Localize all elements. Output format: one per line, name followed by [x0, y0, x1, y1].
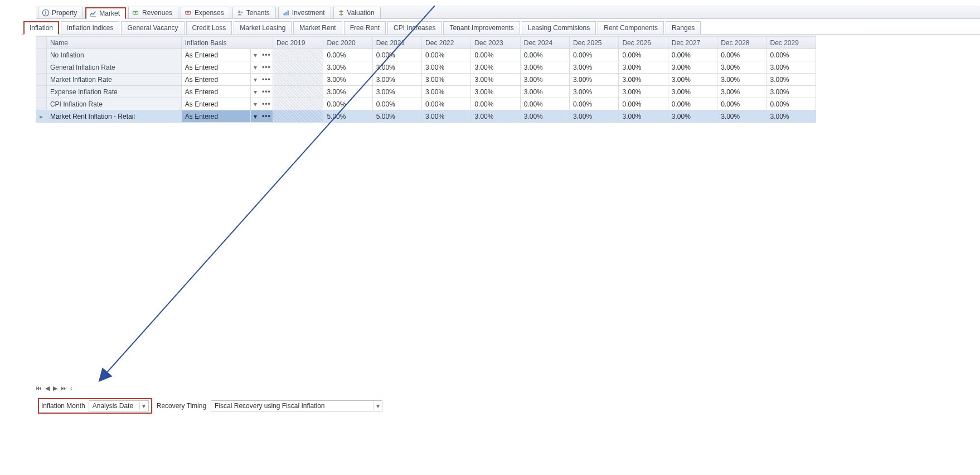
- table-row[interactable]: No InflationAs Entered▾•••0.00%0.00%0.00…: [36, 49, 816, 61]
- subtab-inflation[interactable]: Inflation: [23, 21, 59, 35]
- name-cell[interactable]: Expense Inflation Rate: [46, 86, 181, 98]
- chevron-down-icon[interactable]: ▾: [139, 402, 148, 410]
- tab-valuation[interactable]: Valuation: [333, 7, 381, 18]
- name-cell[interactable]: Market Rent Inflation - Retail: [46, 110, 181, 123]
- value-cell[interactable]: 3.00%: [471, 74, 520, 86]
- value-cell[interactable]: 0.00%: [717, 49, 766, 61]
- basis-more-icon[interactable]: •••: [260, 98, 273, 110]
- value-cell[interactable]: 3.00%: [372, 86, 421, 98]
- value-cell[interactable]: 0.00%: [570, 49, 619, 61]
- basis-cell[interactable]: As Entered: [181, 110, 250, 123]
- basis-more-icon[interactable]: •••: [260, 110, 273, 123]
- value-cell[interactable]: 3.00%: [766, 74, 816, 86]
- value-cell[interactable]: 3.00%: [570, 86, 619, 98]
- row-handle[interactable]: ▸: [36, 110, 47, 123]
- table-row[interactable]: ▸Market Rent Inflation - RetailAs Entere…: [36, 110, 816, 123]
- value-cell[interactable]: 3.00%: [619, 74, 668, 86]
- value-cell[interactable]: 0.00%: [668, 98, 717, 110]
- value-cell[interactable]: 3.00%: [570, 74, 619, 86]
- subtab-ranges[interactable]: Ranges: [666, 21, 701, 34]
- value-cell[interactable]: 3.00%: [619, 110, 668, 123]
- col-dec-2029[interactable]: Dec 2029: [766, 37, 816, 49]
- value-cell[interactable]: 3.00%: [717, 74, 766, 86]
- row-handle[interactable]: [36, 98, 47, 110]
- value-cell[interactable]: 0.00%: [372, 98, 421, 110]
- name-cell[interactable]: No Inflation: [46, 49, 181, 61]
- row-handle[interactable]: [36, 86, 47, 98]
- value-cell[interactable]: 3.00%: [372, 61, 421, 74]
- subtab-free-rent[interactable]: Free Rent: [344, 21, 386, 34]
- name-cell[interactable]: CPI Inflation Rate: [46, 98, 181, 110]
- value-cell[interactable]: 0.00%: [372, 49, 421, 61]
- basis-cell[interactable]: As Entered: [181, 98, 250, 110]
- value-cell[interactable]: 3.00%: [471, 61, 520, 74]
- value-cell[interactable]: 3.00%: [766, 86, 816, 98]
- nav-next-icon[interactable]: ▶: [53, 385, 57, 392]
- value-cell[interactable]: 3.00%: [766, 110, 816, 123]
- basis-more-icon[interactable]: •••: [260, 86, 273, 98]
- col-dec-2022[interactable]: Dec 2022: [422, 37, 471, 49]
- row-handle[interactable]: [36, 61, 47, 74]
- value-cell[interactable]: 3.00%: [668, 86, 717, 98]
- basis-dropdown-icon[interactable]: ▾: [250, 74, 260, 86]
- value-cell[interactable]: 0.00%: [323, 49, 372, 61]
- tab-property[interactable]: Property: [38, 7, 83, 18]
- value-cell[interactable]: 5.00%: [323, 110, 372, 123]
- basis-cell[interactable]: As Entered: [181, 86, 250, 98]
- value-cell[interactable]: 0.00%: [422, 49, 471, 61]
- subtab-market-leasing[interactable]: Market Leasing: [234, 21, 292, 34]
- value-cell[interactable]: 3.00%: [520, 61, 569, 74]
- basis-cell[interactable]: As Entered: [181, 74, 250, 86]
- value-cell[interactable]: 0.00%: [766, 98, 816, 110]
- value-cell[interactable]: 3.00%: [766, 61, 816, 74]
- value-cell[interactable]: 3.00%: [619, 61, 668, 74]
- table-row[interactable]: Expense Inflation RateAs Entered▾•••3.00…: [36, 86, 816, 98]
- value-cell[interactable]: 0.00%: [323, 98, 372, 110]
- value-cell[interactable]: 3.00%: [471, 86, 520, 98]
- tab-investment[interactable]: Investment: [278, 7, 331, 18]
- basis-dropdown-icon[interactable]: ▾: [250, 49, 260, 61]
- value-cell[interactable]: 3.00%: [323, 61, 372, 74]
- name-cell[interactable]: General Inflation Rate: [46, 61, 181, 74]
- value-cell[interactable]: 3.00%: [717, 61, 766, 74]
- value-cell[interactable]: 0.00%: [471, 98, 520, 110]
- tab-market[interactable]: Market: [85, 7, 126, 19]
- value-cell[interactable]: 3.00%: [323, 74, 372, 86]
- basis-dropdown-icon[interactable]: ▾: [250, 110, 260, 123]
- table-row[interactable]: Market Inflation RateAs Entered▾•••3.00%…: [36, 74, 816, 86]
- nav-first-icon[interactable]: ⏮: [36, 385, 42, 392]
- col-dec-2020[interactable]: Dec 2020: [323, 37, 372, 49]
- value-cell[interactable]: 3.00%: [323, 86, 372, 98]
- row-handle[interactable]: [36, 74, 47, 86]
- value-cell[interactable]: 3.00%: [422, 110, 471, 123]
- value-cell[interactable]: 5.00%: [372, 110, 421, 123]
- value-cell[interactable]: 0.00%: [619, 49, 668, 61]
- value-cell[interactable]: 3.00%: [520, 86, 569, 98]
- value-cell[interactable]: 3.00%: [471, 110, 520, 123]
- subtab-market-rent[interactable]: Market Rent: [293, 21, 342, 34]
- basis-more-icon[interactable]: •••: [260, 49, 273, 61]
- value-cell[interactable]: 0.00%: [766, 49, 816, 61]
- col-dec-2025[interactable]: Dec 2025: [570, 37, 619, 49]
- col-dec-2023[interactable]: Dec 2023: [471, 37, 520, 49]
- value-cell[interactable]: 3.00%: [372, 74, 421, 86]
- value-cell[interactable]: 0.00%: [668, 49, 717, 61]
- value-cell[interactable]: 3.00%: [422, 61, 471, 74]
- value-cell[interactable]: 0.00%: [619, 98, 668, 110]
- nav-prev-icon[interactable]: ◀: [45, 385, 50, 392]
- subtab-leasing-commisions[interactable]: Leasing Commisions: [522, 21, 596, 34]
- tab-expenses[interactable]: Expenses: [181, 7, 230, 18]
- col-dec-2024[interactable]: Dec 2024: [520, 37, 569, 49]
- value-cell[interactable]: 0.00%: [717, 98, 766, 110]
- subtab-cpi-increases[interactable]: CPI Increases: [387, 21, 442, 34]
- value-cell[interactable]: 3.00%: [520, 74, 569, 86]
- value-cell[interactable]: 3.00%: [668, 61, 717, 74]
- inflation-month-combo[interactable]: Analysis Date ▾: [89, 400, 149, 411]
- col-inflation-basis[interactable]: Inflation Basis: [181, 37, 273, 49]
- col-dec-2026[interactable]: Dec 2026: [619, 37, 668, 49]
- value-cell[interactable]: 3.00%: [668, 74, 717, 86]
- table-row[interactable]: General Inflation RateAs Entered▾•••3.00…: [36, 61, 816, 74]
- value-cell[interactable]: 3.00%: [422, 74, 471, 86]
- basis-dropdown-icon[interactable]: ▾: [250, 98, 260, 110]
- value-cell[interactable]: 3.00%: [668, 110, 717, 123]
